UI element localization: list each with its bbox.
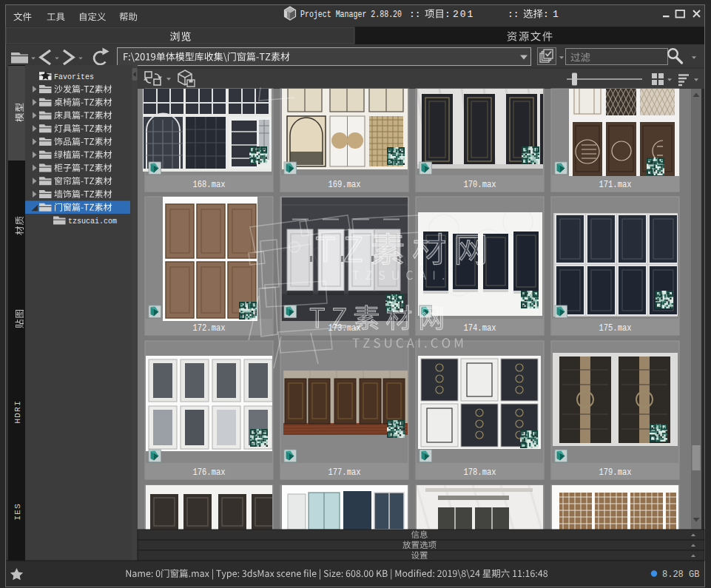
svg-text:174.max: 174.max xyxy=(464,323,496,334)
svg-text:176.max: 176.max xyxy=(193,467,226,478)
svg-text:tzsucai.com: tzsucai.com xyxy=(68,216,117,226)
svg-text:HDRI: HDRI xyxy=(13,400,22,424)
svg-text:179.max: 179.max xyxy=(599,467,632,478)
svg-text:168.max: 168.max xyxy=(193,180,226,190)
svg-text:1: 1 xyxy=(553,9,559,20)
svg-text:177.max: 177.max xyxy=(328,467,361,478)
svg-text:201: 201 xyxy=(453,9,474,20)
svg-text::: : xyxy=(543,9,549,20)
svg-text:170.max: 170.max xyxy=(464,180,496,190)
svg-text:171.max: 171.max xyxy=(599,180,632,190)
svg-text:178.max: 178.max xyxy=(464,467,496,478)
svg-text:172.max: 172.max xyxy=(193,323,226,334)
svg-text:Favorites: Favorites xyxy=(54,72,94,81)
svg-text:IES: IES xyxy=(13,503,22,521)
svg-text:169.max: 169.max xyxy=(328,180,361,190)
svg-text:::: :: xyxy=(409,9,421,20)
svg-text:::: :: xyxy=(508,9,519,20)
svg-text:175.max: 175.max xyxy=(599,323,632,334)
svg-text:8.28 GB: 8.28 GB xyxy=(662,570,699,580)
svg-text::: : xyxy=(445,9,451,20)
svg-text:Project Manager 2.88.20: Project Manager 2.88.20 xyxy=(300,10,402,20)
